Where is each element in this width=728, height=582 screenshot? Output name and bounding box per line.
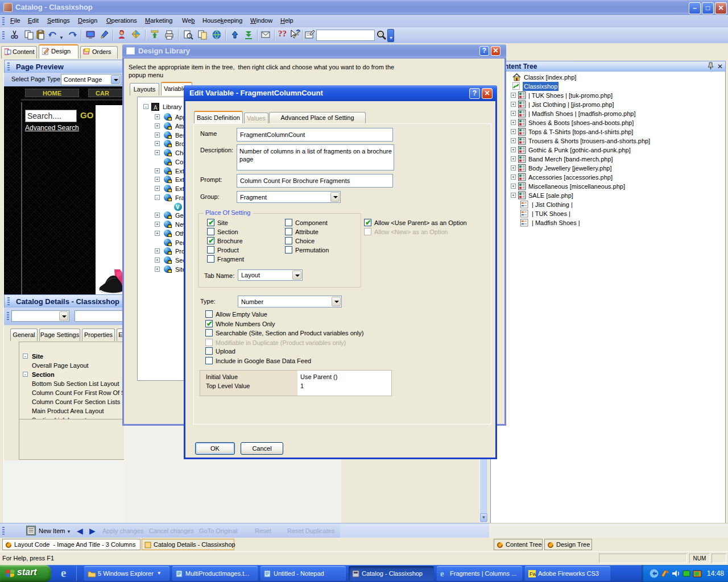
svg-text:Fw: Fw [530,571,536,577]
